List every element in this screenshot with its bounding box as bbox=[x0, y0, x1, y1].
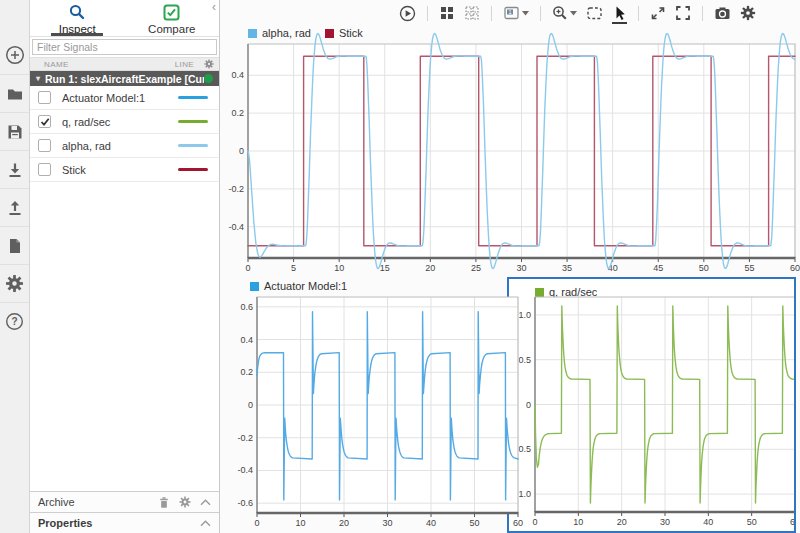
signal-row[interactable]: q, rad/sec bbox=[30, 110, 219, 134]
import-arrow-down-icon bbox=[6, 161, 24, 179]
checkbox-check bbox=[40, 117, 50, 127]
column-header-line: LINE bbox=[175, 60, 194, 69]
maximize-subplot-button[interactable] bbox=[650, 5, 666, 21]
svg-text:50: 50 bbox=[747, 517, 757, 527]
toolbar-separator bbox=[540, 6, 541, 21]
snapshot-button[interactable] bbox=[714, 5, 731, 21]
export-button[interactable] bbox=[0, 188, 29, 226]
svg-text:20: 20 bbox=[617, 517, 627, 527]
run-label: Run 1: slexAircraftExample [Current] bbox=[45, 73, 204, 85]
filter-signals bbox=[30, 37, 219, 57]
signal-checkbox[interactable] bbox=[38, 91, 51, 104]
svg-text:60: 60 bbox=[513, 518, 523, 528]
layout-1-icon: 1 bbox=[503, 5, 520, 21]
signal-row[interactable]: alpha, rad bbox=[30, 134, 219, 158]
help-button[interactable]: ? bbox=[0, 302, 29, 340]
preferences-button[interactable] bbox=[0, 264, 29, 302]
toolbar-separator bbox=[427, 6, 428, 21]
custom-grid-layout-button[interactable] bbox=[464, 5, 480, 21]
floppy-disk-icon bbox=[6, 123, 24, 141]
grid-layout-button[interactable] bbox=[439, 5, 455, 21]
view-layout-button[interactable]: 1 bbox=[503, 5, 529, 21]
svg-text:0.4: 0.4 bbox=[231, 70, 244, 80]
signal-line-swatch bbox=[178, 168, 208, 171]
dropdown-caret-icon bbox=[570, 11, 577, 16]
plot-settings-button[interactable] bbox=[740, 5, 756, 21]
svg-text:10: 10 bbox=[573, 517, 583, 527]
trash-icon[interactable] bbox=[158, 496, 170, 509]
alpha-stick-chart[interactable]: 0510152025303540455055600.40.20-0.2-0.4 bbox=[220, 26, 800, 276]
sidebar: ‹ Inspect Compare bbox=[30, 0, 220, 533]
filter-signals-input[interactable] bbox=[32, 39, 217, 55]
active-tab-underline bbox=[51, 33, 103, 36]
plus-circle-icon bbox=[5, 45, 25, 65]
toolbar-separator bbox=[638, 6, 639, 21]
selected-subplot-cell[interactable]: q, rad/sec 01020304050601.00.50-0.5-1.0 bbox=[507, 277, 796, 533]
signal-line-swatch bbox=[178, 144, 208, 147]
signal-checkbox[interactable] bbox=[38, 163, 51, 176]
svg-text:30: 30 bbox=[660, 517, 670, 527]
signal-line-swatch bbox=[178, 96, 208, 99]
actuator-chart[interactable]: 01020304050600.60.40.20-0.2-0.4-0.6 bbox=[220, 272, 550, 533]
signal-name: alpha, rad bbox=[62, 140, 111, 152]
add-button[interactable] bbox=[0, 36, 29, 74]
signal-table-header: NAME LINE bbox=[30, 57, 219, 71]
report-button[interactable] bbox=[0, 226, 29, 264]
run-playback-button[interactable] bbox=[399, 5, 416, 22]
pointer-tool-button[interactable] bbox=[612, 5, 627, 24]
svg-text:40: 40 bbox=[426, 518, 436, 528]
svg-text:60: 60 bbox=[790, 263, 800, 273]
zoom-button[interactable] bbox=[552, 5, 577, 21]
sdi-window: ? ‹ Inspect Compare bbox=[0, 0, 800, 533]
left-toolbar: ? bbox=[0, 0, 30, 533]
archive-settings-gear-icon[interactable] bbox=[179, 496, 191, 508]
zoom-in-magnifier-icon bbox=[552, 5, 568, 21]
signal-checkbox[interactable] bbox=[38, 139, 51, 152]
run-status-dot bbox=[204, 74, 213, 83]
tab-compare[interactable]: Compare bbox=[125, 0, 220, 36]
gear-icon bbox=[5, 274, 24, 293]
table-settings-button[interactable] bbox=[204, 59, 214, 69]
run-row[interactable]: ▾ Run 1: slexAircraftExample [Current] bbox=[30, 71, 219, 86]
tab-inspect[interactable]: Inspect bbox=[30, 0, 125, 36]
svg-text:0: 0 bbox=[248, 400, 253, 410]
archive-section-bar[interactable]: Archive bbox=[30, 491, 219, 512]
gear-icon bbox=[740, 5, 756, 21]
fullscreen-brackets-icon bbox=[675, 5, 691, 21]
plot-area: 1 bbox=[220, 0, 800, 533]
signal-row[interactable]: Actuator Model:1 bbox=[30, 86, 219, 110]
svg-text:20: 20 bbox=[339, 518, 349, 528]
dropdown-caret-icon bbox=[522, 11, 529, 16]
export-arrow-up-icon bbox=[6, 199, 24, 217]
fit-to-view-icon bbox=[586, 5, 603, 21]
question-circle-icon: ? bbox=[5, 312, 24, 331]
properties-section-bar[interactable]: Properties bbox=[30, 512, 219, 533]
tab-compare-label: Compare bbox=[148, 23, 195, 35]
chevron-up-icon[interactable] bbox=[200, 520, 211, 527]
svg-text:0: 0 bbox=[254, 518, 259, 528]
import-button[interactable] bbox=[0, 150, 29, 188]
toolbar-separator bbox=[491, 6, 492, 21]
camera-icon bbox=[714, 5, 731, 21]
svg-text:1: 1 bbox=[508, 9, 511, 15]
save-button[interactable] bbox=[0, 112, 29, 150]
svg-text:-0.4: -0.4 bbox=[228, 222, 244, 232]
column-header-name: NAME bbox=[44, 60, 69, 69]
fullscreen-button[interactable] bbox=[675, 5, 691, 21]
magnifier-icon bbox=[68, 4, 86, 21]
signal-row[interactable]: Stick bbox=[30, 158, 219, 182]
dashed-grid-icon bbox=[464, 5, 480, 21]
open-button[interactable] bbox=[0, 74, 29, 112]
mini-gear-icon bbox=[204, 59, 214, 69]
green-check-icon bbox=[163, 4, 180, 21]
grid-icon bbox=[439, 5, 455, 21]
properties-label: Properties bbox=[38, 517, 92, 529]
q-chart[interactable]: 01020304050601.00.50-0.5-1.0 bbox=[509, 279, 794, 531]
chevron-up-icon[interactable] bbox=[200, 499, 211, 506]
svg-text:55: 55 bbox=[744, 263, 754, 273]
run-expand-caret[interactable]: ▾ bbox=[36, 74, 40, 83]
svg-text:0.2: 0.2 bbox=[240, 367, 253, 377]
signal-checkbox[interactable] bbox=[38, 115, 51, 128]
fit-to-view-button[interactable] bbox=[586, 5, 603, 21]
svg-text:?: ? bbox=[11, 316, 17, 327]
